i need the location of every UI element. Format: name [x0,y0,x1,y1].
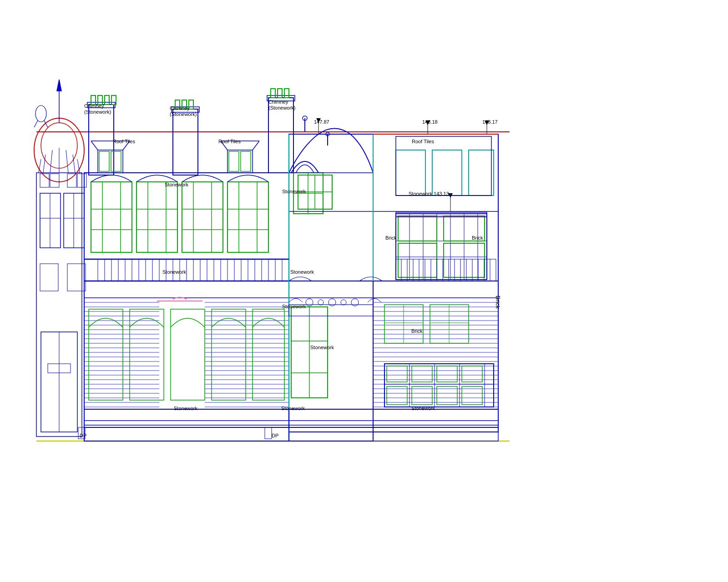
svg-text:147.87: 147.87 [314,119,329,125]
svg-text:Roof Tiles: Roof Tiles [218,139,241,144]
svg-text:Stonework: Stonework [165,182,188,187]
svg-text:(Stonework): (Stonework) [84,109,111,115]
drawing-container: Chimney (Stonework) Chimney (Stonework) … [0,0,728,582]
svg-text:148.18: 148.18 [422,119,438,125]
svg-rect-0 [0,0,728,582]
svg-text:Chimney: Chimney [84,103,104,109]
svg-text:Stonework: Stonework [281,406,305,411]
svg-text:Chimney: Chimney [170,105,190,111]
svg-text:Brick: Brick [495,296,501,309]
svg-text:(Stonework): (Stonework) [268,105,295,110]
svg-text:Stonework: Stonework [282,304,306,309]
architectural-drawing: Chimney (Stonework) Chimney (Stonework) … [0,0,728,582]
svg-text:Roof Tiles: Roof Tiles [113,139,135,144]
svg-text:DP: DP [80,433,86,438]
svg-text:Stonework: Stonework [290,269,314,275]
svg-text:DP: DP [272,433,278,438]
svg-text:Stonework: Stonework [411,406,435,411]
svg-text:(Stonework): (Stonework) [170,111,197,117]
svg-text:Stonework: Stonework [282,189,306,194]
svg-text:Roof Tiles: Roof Tiles [412,139,434,144]
svg-text:Stonework: Stonework [174,406,197,411]
svg-text:Brick: Brick [385,235,397,241]
svg-text:Stonework: Stonework [310,345,334,350]
svg-text:Brick: Brick [411,328,423,334]
svg-text:148.17: 148.17 [482,119,498,125]
svg-text:Chimney: Chimney [268,99,288,105]
svg-text:Stonework: Stonework [162,269,186,275]
svg-text:Stonework  143.13: Stonework 143.13 [409,191,449,196]
svg-text:Brick: Brick [472,235,483,241]
